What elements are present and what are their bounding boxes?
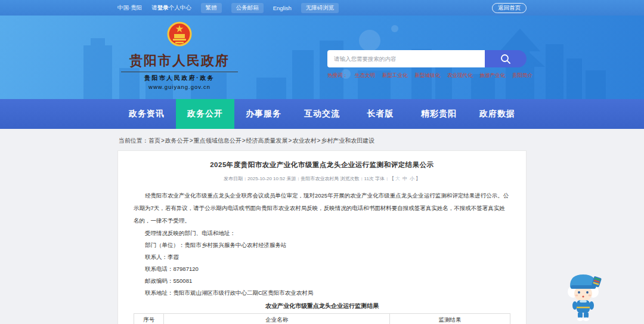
hot-search-term[interactable]: 生态文明 <box>355 72 375 79</box>
site-title: 贵阳市人民政府 <box>121 52 238 70</box>
nav-item-jingcai-guiyang[interactable]: 精彩贵阳 <box>410 99 468 129</box>
hot-search-term[interactable]: 农业现代化 <box>447 72 473 79</box>
contact-postcode: 邮政编码：550081 <box>134 275 510 287</box>
national-emblem-icon <box>166 20 193 49</box>
top-utility-bar: 中国·贵阳 请登录个人中心 繁體 公务邮箱 English 无障碍浏览 返回首页 <box>0 0 644 16</box>
nav-item-zhengfu-shuju[interactable]: 政府数据 <box>468 99 527 129</box>
monitoring-result-table: 序号 企业名称 监测结果 1 贵州合力超市采购有限公司 合格 2 贵州友禾种业有… <box>134 313 510 324</box>
main-nav: 政务资讯 政务公开 办事服务 互动交流 长者版 精彩贵阳 政府数据 <box>0 99 644 129</box>
contact-department: 部门（单位）：贵阳市乡村振兴服务中心农村经济服务站 <box>134 239 510 251</box>
hot-search-row: 热搜词： 生态文明 新型工业化 新型城镇化 农业现代化 旅游产业化 贵阳简介 <box>327 72 527 79</box>
mascot-character-icon <box>562 267 605 322</box>
search-area: 热搜词： 生态文明 新型工业化 新型城镇化 农业现代化 旅游产业化 贵阳简介 <box>327 50 527 79</box>
hot-search-term[interactable]: 贵阳简介 <box>512 72 532 79</box>
topbar-link-official-mail[interactable]: 公务邮箱 <box>231 3 264 13</box>
site-logo[interactable]: 贵阳市人民政府 贵阳市人民政府·政务 www.guiyang.gov.cn <box>121 20 238 90</box>
hot-search-term[interactable]: 旅游产业化 <box>480 72 506 79</box>
column-header-result: 监测结果 <box>390 314 510 324</box>
site-subtitle: 贵阳市人民政府·政务 <box>121 72 238 82</box>
font-size-small-button[interactable]: 小 <box>410 176 414 181</box>
breadcrumb-segment[interactable]: 乡村产业和农田建设 <box>321 137 374 144</box>
hot-search-term[interactable]: 新型工业化 <box>382 72 408 79</box>
article-meta-text: 发布日期：2025-10-20 10:52 来源：贵阳市农业农村局 浏览次数：1… <box>224 176 394 181</box>
topbar-link-english[interactable]: English <box>273 5 292 11</box>
nav-item-zhengwu-gongkai[interactable]: 政务公开 <box>176 99 234 129</box>
back-to-home-button[interactable]: 返回首页 <box>492 3 527 13</box>
breadcrumb-segment[interactable]: 农业农村 <box>292 137 316 144</box>
font-size-large-button[interactable]: 大 <box>395 176 400 181</box>
breadcrumb: 当前位置：首页>政务公开>重点领域信息公开>经济高质量发展>农业农村>乡村产业和… <box>117 129 527 150</box>
font-size-medium-button[interactable]: 中 <box>402 176 407 181</box>
topbar-link-china-guiyang[interactable]: 中国·贵阳 <box>117 4 142 12</box>
contact-address: 联系地址：贵阳市观山湖区市级行政中心二期C区贵阳市农业农村局 <box>134 287 510 299</box>
site-banner: 贵阳市人民政府 贵阳市人民政府·政务 www.guiyang.gov.cn 热搜… <box>0 16 644 99</box>
search-icon <box>500 54 511 64</box>
article-meta: 发布日期：2025-10-20 10:52 来源：贵阳市农业农村局 浏览次数：1… <box>134 175 510 182</box>
column-header-company: 企业名称 <box>164 314 390 324</box>
table-header-row: 序号 企业名称 监测结果 <box>134 314 510 324</box>
hot-search-term[interactable]: 新型城镇化 <box>415 72 441 79</box>
nav-item-hudong-jiaoliu[interactable]: 互动交流 <box>293 99 351 129</box>
article-paragraph: 经贵阳市农业产业化市级重点龙头企业联席会议成员单位审定，现对2025年开展的农业… <box>134 189 510 227</box>
search-input[interactable] <box>327 50 485 67</box>
article-card: 2025年度贵阳市农业产业化市级重点龙头企业运行监测和评定结果公示 发布日期：2… <box>117 150 527 324</box>
search-button[interactable] <box>485 50 527 67</box>
mascot-widget[interactable] <box>562 267 605 322</box>
article-paragraph: 受理情况反映的部门、电话和地址： <box>134 227 510 239</box>
breadcrumb-home[interactable]: 首页 <box>148 137 160 144</box>
breadcrumb-label: 当前位置： <box>119 137 148 144</box>
hot-search-label: 热搜词： <box>327 72 348 79</box>
contact-phone: 联系电话：87987120 <box>134 263 510 275</box>
breadcrumb-segment[interactable]: 经济高质量发展 <box>246 137 288 144</box>
topbar-link-accessibility[interactable]: 无障碍浏览 <box>301 3 339 13</box>
nav-item-zhengwu-zixun[interactable]: 政务资讯 <box>117 99 176 129</box>
breadcrumb-segment[interactable]: 政务公开 <box>165 137 189 144</box>
result-table-caption: 农业产业化市级重点龙头企业运行监测结果 <box>134 302 510 310</box>
topbar-link-traditional-chinese[interactable]: 繁體 <box>201 3 222 13</box>
breadcrumb-segment[interactable]: 重点领域信息公开 <box>194 137 242 144</box>
topbar-login-link[interactable]: 请登录个人中心 <box>151 4 191 12</box>
article-body: 经贵阳市农业产业化市级重点龙头企业联席会议成员单位审定，现对2025年开展的农业… <box>134 189 510 299</box>
column-header-no: 序号 <box>134 314 164 324</box>
contact-person: 联系人：李霞 <box>134 251 510 263</box>
nav-item-banshi-fuwu[interactable]: 办事服务 <box>234 99 293 129</box>
nav-item-zhangzheban[interactable]: 长者版 <box>351 99 410 129</box>
site-url: www.guiyang.gov.cn <box>121 84 238 90</box>
article-title: 2025年度贵阳市农业产业化市级重点龙头企业运行监测和评定结果公示 <box>134 161 510 169</box>
